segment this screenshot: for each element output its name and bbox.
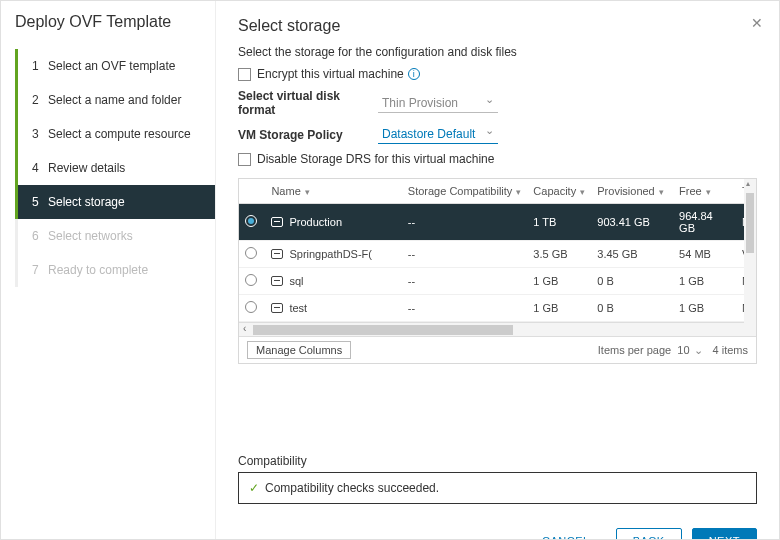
column-capacity-text: Capacity [533, 185, 576, 197]
step-select-ovf[interactable]: 1Select an OVF template [15, 49, 215, 83]
wizard-sidebar: Deploy OVF Template 1Select an OVF templ… [1, 1, 216, 539]
column-free[interactable]: Free▾ [673, 179, 736, 204]
cell-provisioned: 903.41 GB [591, 204, 673, 241]
manage-columns-button[interactable]: Manage Columns [247, 341, 351, 359]
close-icon[interactable]: ✕ [751, 15, 763, 31]
column-compat-text: Storage Compatibility [408, 185, 513, 197]
step-number: 4 [32, 161, 48, 175]
compatibility-box: ✓Compatibility checks succeeded. [238, 472, 757, 504]
compatibility-message: Compatibility checks succeeded. [265, 481, 439, 495]
step-label: Select a name and folder [48, 93, 181, 107]
cell-capacity: 1 TB [527, 204, 591, 241]
wizard-main: ✕ Select storage Select the storage for … [216, 1, 779, 539]
cell-free: 964.84 GB [673, 204, 736, 241]
items-per-page-label: Items per page [598, 344, 671, 356]
disable-drs-label: Disable Storage DRS for this virtual mac… [257, 152, 494, 166]
chevron-down-icon[interactable]: ⌄ [694, 344, 703, 357]
compatibility-label: Compatibility [238, 454, 757, 468]
filter-icon[interactable]: ▾ [516, 187, 521, 197]
encrypt-checkbox[interactable] [238, 68, 251, 81]
table-row[interactable]: SpringpathDS-F( -- 3.5 GB 3.45 GB 54 MB … [239, 241, 756, 268]
disk-format-select[interactable]: Thin Provision [378, 94, 498, 113]
step-label: Select an OVF template [48, 59, 175, 73]
cell-provisioned: 0 B [591, 268, 673, 295]
scrollbar-thumb[interactable] [746, 193, 754, 253]
table-header-row: Name▾ Storage Compatibility▾ Capacity▾ P… [239, 179, 756, 204]
filter-icon[interactable]: ▾ [305, 187, 310, 197]
column-provisioned-text: Provisioned [597, 185, 654, 197]
datastore-icon [271, 217, 283, 227]
step-label: Select networks [48, 229, 133, 243]
column-name-text: Name [271, 185, 300, 197]
step-label: Review details [48, 161, 125, 175]
step-select-compute[interactable]: 3Select a compute resource [15, 117, 215, 151]
items-per-page-select[interactable]: 10 [677, 344, 689, 356]
storage-policy-select[interactable]: Datastore Default [378, 125, 498, 144]
wizard-container: Deploy OVF Template 1Select an OVF templ… [1, 1, 779, 539]
step-label: Ready to complete [48, 263, 148, 277]
cell-name: Production [289, 216, 342, 228]
row-radio[interactable] [245, 274, 257, 286]
table-footer: Manage Columns Items per page 10 ⌄ 4 ite… [239, 336, 756, 363]
check-icon: ✓ [249, 481, 259, 495]
wizard-steps: 1Select an OVF template 2Select a name a… [1, 49, 215, 287]
info-icon[interactable]: i [408, 68, 420, 80]
row-radio[interactable] [245, 301, 257, 313]
step-ready-complete: 7Ready to complete [15, 253, 215, 287]
table-row[interactable]: test -- 1 GB 0 B 1 GB N [239, 295, 756, 322]
column-capacity[interactable]: Capacity▾ [527, 179, 591, 204]
vertical-scrollbar[interactable] [744, 179, 756, 331]
table-row[interactable]: sql -- 1 GB 0 B 1 GB N [239, 268, 756, 295]
step-review-details[interactable]: 4Review details [15, 151, 215, 185]
storage-policy-label: VM Storage Policy [238, 128, 378, 142]
cell-provisioned: 3.45 GB [591, 241, 673, 268]
wizard-title: Deploy OVF Template [1, 13, 215, 49]
datastore-table: Name▾ Storage Compatibility▾ Capacity▾ P… [239, 179, 756, 322]
cancel-button[interactable]: CANCEL [526, 528, 606, 540]
datastore-icon [271, 249, 283, 259]
column-compat[interactable]: Storage Compatibility▾ [402, 179, 528, 204]
step-select-networks: 6Select networks [15, 219, 215, 253]
step-number: 7 [32, 263, 48, 277]
cell-compat: -- [402, 204, 528, 241]
step-number: 6 [32, 229, 48, 243]
cell-compat: -- [402, 268, 528, 295]
page-title: Select storage [238, 17, 757, 35]
horizontal-scrollbar[interactable] [239, 322, 756, 336]
cell-free: 1 GB [673, 268, 736, 295]
step-number: 1 [32, 59, 48, 73]
page-subtitle: Select the storage for the configuration… [238, 45, 757, 59]
column-name[interactable]: Name▾ [265, 179, 401, 204]
disable-drs-checkbox[interactable] [238, 153, 251, 166]
cell-name: SpringpathDS-F( [289, 248, 372, 260]
step-select-name[interactable]: 2Select a name and folder [15, 83, 215, 117]
next-button[interactable]: NEXT [692, 528, 757, 540]
filter-icon[interactable]: ▾ [580, 187, 585, 197]
cell-provisioned: 0 B [591, 295, 673, 322]
disable-drs-row: Disable Storage DRS for this virtual mac… [238, 152, 757, 166]
filter-icon[interactable]: ▾ [706, 187, 711, 197]
cell-compat: -- [402, 295, 528, 322]
row-radio[interactable] [245, 215, 257, 227]
datastore-icon [271, 303, 283, 313]
row-radio[interactable] [245, 247, 257, 259]
storage-policy-row: VM Storage Policy Datastore Default [238, 125, 757, 144]
cell-compat: -- [402, 241, 528, 268]
step-number: 5 [32, 195, 48, 209]
encrypt-row: Encrypt this virtual machine i [238, 67, 757, 81]
scrollbar-thumb[interactable] [253, 325, 513, 335]
column-select [239, 179, 265, 204]
column-free-text: Free [679, 185, 702, 197]
cell-free: 1 GB [673, 295, 736, 322]
step-number: 3 [32, 127, 48, 141]
wizard-footer: CANCEL BACK NEXT [238, 528, 757, 540]
cell-capacity: 1 GB [527, 295, 591, 322]
items-count: 4 items [713, 344, 748, 356]
back-button[interactable]: BACK [616, 528, 682, 540]
filter-icon[interactable]: ▾ [659, 187, 664, 197]
column-provisioned[interactable]: Provisioned▾ [591, 179, 673, 204]
table-row[interactable]: Production -- 1 TB 903.41 GB 964.84 GB N [239, 204, 756, 241]
cell-capacity: 3.5 GB [527, 241, 591, 268]
step-select-storage[interactable]: 5Select storage [15, 185, 215, 219]
step-label: Select a compute resource [48, 127, 191, 141]
